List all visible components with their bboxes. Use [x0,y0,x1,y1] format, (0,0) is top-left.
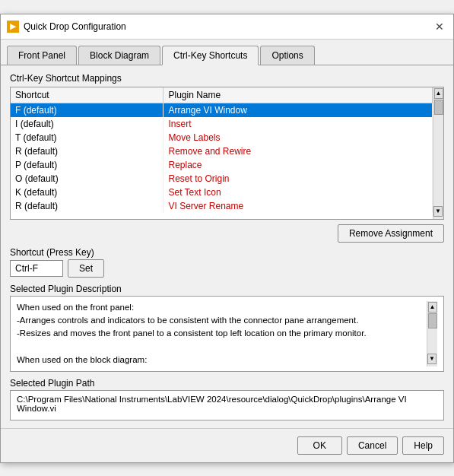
shortcut-table: Shortcut Plugin Name F (default)Arrange … [11,87,433,213]
table-row[interactable]: F (default)Arrange VI Window [11,103,433,117]
plugin-cell: Insert [164,117,433,131]
plugin-cell: Replace [164,158,433,172]
shortcut-cell: T (default) [11,131,164,144]
plugin-cell: Move Labels [164,131,433,144]
remove-assignment-button[interactable]: Remove Assignment [338,224,444,243]
content-area: Ctrl-Key Shortcut Mappings Shortcut Plug… [1,65,453,428]
plugin-description-text: When used on the front panel: -Arranges … [17,301,427,367]
plugin-cell: Arrange VI Window [164,103,433,117]
shortcut-input-row: Set [10,259,444,278]
ok-button[interactable]: OK [297,436,342,455]
table-row[interactable]: I (default)Insert [11,117,433,131]
col-shortcut: Shortcut [11,87,164,103]
tab-ctrl-key-shortcuts[interactable]: Ctrl-Key Shortcuts [162,46,259,65]
shortcut-press-key-label: Shortcut (Press Key) [10,247,444,258]
shortcut-table-scroll[interactable]: Shortcut Plugin Name F (default)Arrange … [11,87,433,219]
shortcut-input-section: Shortcut (Press Key) Set [10,247,444,278]
table-row[interactable]: O (default)Reset to Origin [11,172,433,186]
shortcut-cell: O (default) [11,172,164,186]
plugin-cell: Reset to Origin [164,172,433,186]
scroll-down-arrow[interactable]: ▼ [433,206,443,217]
tab-bar: Front Panel Block Diagram Ctrl-Key Short… [1,40,453,65]
table-row[interactable]: R (default)VI Server Rename [11,199,433,213]
plugin-cell: VI Server Rename [164,199,433,213]
table-row[interactable]: P (default)Replace [11,158,433,172]
help-button[interactable]: Help [402,436,444,455]
tab-options[interactable]: Options [260,46,314,65]
shortcut-cell: I (default) [11,117,164,131]
tab-front-panel[interactable]: Front Panel [7,46,77,65]
title-bar: ▶ Quick Drop Configuration ✕ [1,14,453,40]
plugin-path-text: C:\Program Files\National Instruments\La… [17,395,437,416]
table-row[interactable]: K (default)Set Text Icon [11,186,433,199]
plugin-cell: Set Text Icon [164,186,433,199]
main-window: ▶ Quick Drop Configuration ✕ Front Panel… [0,14,454,463]
col-plugin: Plugin Name [164,87,433,103]
plugin-description-label: Selected Plugin Description [10,284,444,294]
cancel-button[interactable]: Cancel [347,436,398,455]
app-icon: ▶ [7,21,19,33]
scroll-thumb[interactable] [434,100,443,115]
table-scrollbar[interactable]: ▲ ▼ [433,87,443,219]
desc-scrollbar[interactable]: ▲ ▼ [427,301,437,367]
footer: OK Cancel Help [1,428,453,462]
shortcut-cell: P (default) [11,158,164,172]
shortcut-cell: R (default) [11,199,164,213]
tab-block-diagram[interactable]: Block Diagram [78,46,160,65]
window-title: Quick Drop Configuration [24,21,126,32]
shortcut-table-container: Shortcut Plugin Name F (default)Arrange … [10,87,444,220]
plugin-path-box: C:\Program Files\National Instruments\La… [10,390,444,420]
set-button[interactable]: Set [68,259,104,278]
shortcut-cell: K (default) [11,186,164,199]
close-button[interactable]: ✕ [432,19,447,34]
desc-scroll-thumb[interactable] [428,313,437,328]
plugin-path-label: Selected Plugin Path [10,378,444,389]
desc-scroll-up[interactable]: ▲ [428,302,437,313]
shortcut-cell: R (default) [11,144,164,158]
remove-assignment-row: Remove Assignment [10,224,444,243]
table-row[interactable]: R (default)Remove and Rewire [11,144,433,158]
desc-scroll-down[interactable]: ▼ [427,354,437,364]
plugin-description-box: When used on the front panel: -Arranges … [10,296,444,372]
table-row[interactable]: T (default)Move Labels [11,131,433,144]
shortcut-mappings-label: Ctrl-Key Shortcut Mappings [10,73,444,84]
shortcut-cell: F (default) [11,103,164,117]
scroll-up-arrow[interactable]: ▲ [434,88,443,99]
plugin-cell: Remove and Rewire [164,144,433,158]
shortcut-input-field[interactable] [10,260,63,277]
